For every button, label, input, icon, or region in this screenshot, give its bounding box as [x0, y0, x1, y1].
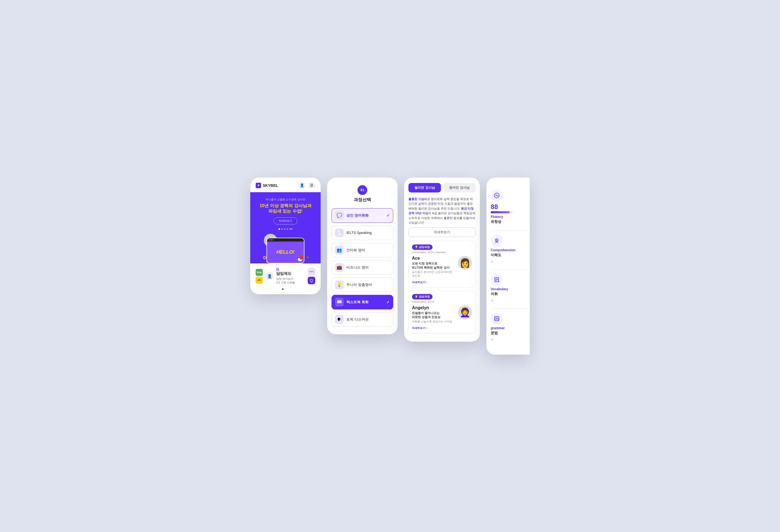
phone-screen-2: 01 과정선택 💬 성인 영어회화 ✓ 📄 IELTS Speaking 👥 인… — [327, 177, 398, 334]
wave-icon[interactable]: 〰 — [308, 268, 315, 276]
tab-bar: 필리핀 강사님 원어민 강사님 — [408, 183, 476, 193]
bottom-dots — [256, 288, 315, 290]
vocabulary-icon — [494, 277, 500, 283]
ielts-icon: 📄 — [335, 228, 344, 237]
hero-title: 10년 이상 경력의 강사님과파임새 있는 수업! — [256, 203, 315, 214]
ace-link[interactable]: 자세히보기 › — [412, 280, 427, 284]
vocabulary-label-en: Vocabulary — [491, 287, 525, 291]
grammar-icon — [494, 316, 500, 322]
comprehension-label-en: Comprehension — [491, 248, 525, 252]
course-item-textbook[interactable]: 📖 텍스트북 회화 ✓ — [332, 295, 393, 310]
koala-container: ⚙ ⚙ 🐨 HELLO! ··· — [264, 234, 307, 263]
blog-app-icon: blog — [256, 269, 263, 276]
menu-icon[interactable]: ☰ — [308, 182, 315, 189]
course-item-junior[interactable]: 💡 주니어 맞춤영어 — [332, 277, 393, 292]
teacher-card-ace: 💡 담당과정 Conversation, IELTS, Interview Ac… — [408, 241, 476, 288]
hero-banner: 까다롭게 선발된 소수정예 강사진 10년 이상 경력의 강사님과파임새 있는 … — [250, 192, 321, 264]
ace-avatar-icon: 👩 — [459, 258, 471, 268]
course-label-topic: 토픽 디스커션 — [346, 317, 390, 322]
angelyn-badge-text: 담당과정 — [419, 295, 430, 299]
textbook-icon: 📖 — [335, 298, 344, 307]
skill-item-vocabulary: Vocabulary 어휘 + — [491, 269, 530, 308]
fluency-bar-fill — [491, 211, 510, 213]
dot-1 — [279, 228, 280, 230]
skill-item-fluency: 88 Fluency 유창성 — [491, 185, 530, 230]
angelyn-link[interactable]: 자세히보기 › — [412, 326, 427, 330]
ace-name: Ace — [412, 256, 455, 261]
dot-3 — [284, 228, 286, 230]
course-item-adult[interactable]: 💬 성인 영어회화 ✓ — [332, 208, 393, 223]
comprehension-icon-circle — [491, 235, 503, 247]
phone-bottom-section: blog Ch 👤 01 담임제도 담당 강사님과1:1 고정 스케줄 〰 Q — [250, 263, 321, 294]
angelyn-card-sub: Conversation, IELTS — [412, 301, 472, 303]
course-item-ielts[interactable]: 📄 IELTS Speaking — [332, 225, 393, 240]
logo-icon: ✦ — [256, 183, 261, 188]
business-icon: 💼 — [335, 263, 344, 272]
user-icon: 👤 — [265, 272, 274, 280]
action-icons: 📞 📹 — [299, 255, 310, 260]
comprehension-add[interactable]: + — [491, 259, 525, 265]
badge-icon: 💡 — [415, 246, 418, 249]
app-name: SKYBEL — [263, 183, 278, 188]
hello-text: HELLO! — [277, 249, 295, 255]
phone-screen-4: 88 Fluency 유창성 Comprehension 이해도 + — [486, 177, 530, 355]
course-label-business: 비즈니스 영어 — [346, 265, 390, 270]
phone-screen-3: 필리핀 강사님 원어민 강사님 훌륭한 가성비로 영어회화 실력 증진을 목표로… — [404, 177, 480, 342]
bottom-dot-3 — [287, 288, 289, 290]
fluency-bar-track — [491, 211, 513, 213]
course-item-topic[interactable]: 🗣 토픽 디스커션 — [332, 312, 393, 327]
info-highlight-1: 훌륭한 가성비 — [408, 197, 427, 201]
ace-card-main: Ace 오랜 티칭 경력으로IELTS에 특화된 실력파 강사 날카롭고 분석적… — [412, 256, 472, 284]
check-icon-textbook: ✓ — [387, 300, 390, 304]
tab-philippine[interactable]: 필리핀 강사님 — [408, 183, 441, 193]
angelyn-info: Angelyn 친절함이 물어나오는따뜻한 성품과 진정성 대화를 나눌수록 호… — [412, 305, 455, 330]
angelyn-trait: 대화를 나눌수록 호감가는 스타일 — [412, 320, 455, 324]
course-item-interview[interactable]: 👥 인터뷰 영어 — [332, 243, 393, 258]
side-icons: 〰 Q — [308, 268, 315, 284]
info-highlight-2: 평균 티칭 경력 10년 이상 — [408, 207, 474, 215]
tab-native[interactable]: 원어민 강사님 — [443, 183, 476, 193]
dot-pause — [289, 228, 293, 230]
grammar-label-kr: 문법 — [491, 330, 525, 335]
detail-button[interactable]: 자세히보기 — [408, 227, 476, 237]
koala-area: ⚙ ⚙ 🐨 HELLO! ··· — [256, 231, 315, 263]
teacher-card-angelyn: 💡 담당과정 Conversation, IELTS Angelyn 친절함이 … — [408, 290, 476, 334]
grammar-add[interactable]: + — [491, 337, 525, 343]
course-label-textbook: 텍스트북 회화 — [346, 300, 384, 305]
ace-info: Ace 오랜 티칭 경력으로IELTS에 특화된 실력파 강사 날카롭고 분석적… — [412, 256, 455, 284]
dot-2 — [281, 228, 283, 230]
topic-icon: 🗣 — [335, 315, 344, 324]
skill-item-comprehension: Comprehension 이해도 + — [491, 230, 530, 269]
feature-number: 01 — [276, 268, 305, 271]
screen-dot-yellow — [271, 239, 272, 241]
angelyn-badge: 💡 담당과정 — [412, 294, 433, 300]
check-icon-adult: ✓ — [387, 213, 390, 218]
angelyn-photo: 👩‍🦱 — [458, 305, 472, 319]
dot-4 — [287, 228, 288, 230]
screen-dot-red — [269, 239, 270, 241]
ace-card-sub: Conversation, IELTS, Interview — [412, 251, 472, 254]
grammar-label-en: grammar — [491, 326, 525, 330]
koala-screen: HELLO! ··· — [266, 238, 304, 263]
screen-dot-green — [273, 239, 274, 241]
vocabulary-add[interactable]: + — [491, 298, 525, 304]
feature-row: blog Ch 👤 01 담임제도 담당 강사님과1:1 고정 스케줄 〰 Q — [256, 268, 315, 284]
course-item-business[interactable]: 💼 비즈니스 영어 — [332, 260, 393, 275]
comprehension-icon — [494, 238, 500, 244]
fluency-icon-circle — [491, 190, 503, 202]
interview-icon: 👥 — [335, 246, 344, 255]
hero-detail-button[interactable]: 자세히보기 — [274, 217, 297, 224]
phone-screen-1: ✦ SKYBEL 👤 ☰ 까다롭게 선발된 소수정예 강사진 10년 이상 경력… — [250, 177, 321, 295]
ace-photo: 👩 — [458, 256, 472, 270]
badge-text: 담당과정 — [419, 245, 430, 249]
fluency-icon — [494, 193, 500, 199]
section-title: 과정선택 — [332, 197, 393, 203]
profile-icon[interactable]: 👤 — [298, 182, 305, 189]
q-icon[interactable]: Q — [308, 277, 315, 284]
grammar-icon-circle — [491, 313, 503, 325]
vocabulary-label-kr: 어휘 — [491, 291, 525, 297]
skill-item-grammar: grammar 문법 + — [491, 308, 530, 347]
ace-trait: 날카롭고 분석적인 교정과 예리한 피드백 — [412, 270, 455, 278]
course-label-ielts: IELTS Speaking — [346, 231, 390, 235]
video-icon: 📹 — [305, 255, 310, 260]
